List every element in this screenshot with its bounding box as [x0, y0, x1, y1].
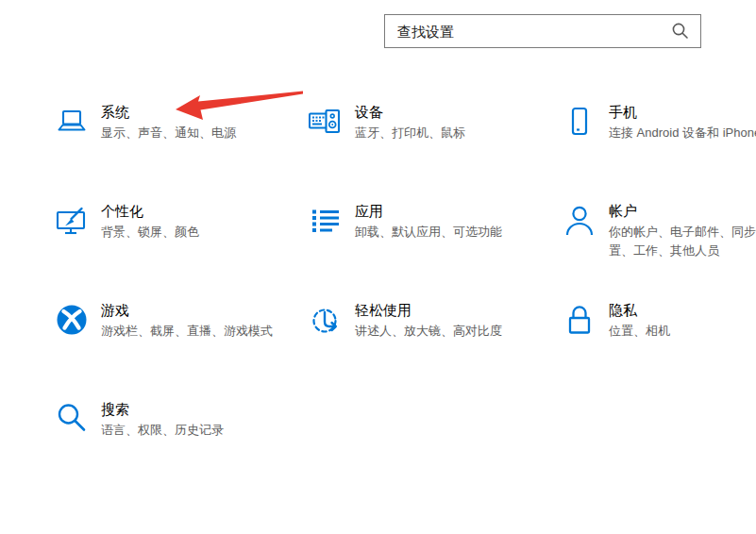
tile-subtitle: 卸载、默认应用、可选功能 [355, 223, 543, 242]
tile-accounts[interactable]: 帐户 你的帐户、电子邮件、同步设置、工作、其他人员 [550, 171, 756, 270]
settings-home-page: { "search": { "placeholder": "查找设置", "ic… [0, 0, 756, 534]
tile-subtitle: 显示、声音、通知、电源 [101, 124, 289, 142]
tile-devices[interactable]: 设备 蓝牙、打印机、鼠标 [296, 72, 550, 171]
tile-subtitle: 背景、锁屏、颜色 [101, 223, 289, 242]
tile-phone[interactable]: 手机 连接 Android 设备和 iPhone [550, 72, 756, 171]
list-icon [296, 171, 355, 270]
tile-subtitle: 你的帐户、电子邮件、同步设置、工作、其他人员 [609, 223, 756, 260]
tile-title: 应用 [355, 202, 543, 221]
tile-title: 搜索 [101, 400, 289, 419]
person-icon [550, 171, 609, 270]
tile-system[interactable]: 系统 显示、声音、通知、电源 [42, 72, 296, 171]
tile-title: 系统 [101, 103, 289, 122]
tile-subtitle: 语言、权限、历史记录 [101, 421, 289, 440]
monitor-brush-icon [42, 171, 101, 270]
keyboard-speaker-icon [296, 72, 355, 171]
tile-subtitle: 位置、相机 [609, 322, 756, 341]
search-icon[interactable] [671, 22, 690, 41]
settings-search-box[interactable] [384, 14, 701, 48]
tile-subtitle: 连接 Android 设备和 iPhone [609, 124, 756, 142]
tile-title: 轻松使用 [355, 301, 543, 320]
tile-title: 帐户 [609, 202, 756, 221]
xbox-icon [42, 270, 101, 369]
settings-search-input[interactable] [385, 15, 671, 47]
tile-title: 手机 [609, 103, 756, 122]
tile-privacy[interactable]: 隐私 位置、相机 [550, 270, 756, 369]
tile-gaming[interactable]: 游戏 游戏栏、截屏、直播、游戏模式 [42, 270, 296, 369]
tile-subtitle: 游戏栏、截屏、直播、游戏模式 [101, 322, 289, 341]
tile-subtitle: 蓝牙、打印机、鼠标 [355, 124, 543, 142]
tile-personalization[interactable]: 个性化 背景、锁屏、颜色 [42, 171, 296, 270]
phone-icon [550, 72, 609, 171]
tile-title: 隐私 [609, 301, 756, 320]
lock-icon [550, 270, 609, 369]
tile-search[interactable]: 搜索 语言、权限、历史记录 [42, 369, 296, 468]
tile-apps[interactable]: 应用 卸载、默认应用、可选功能 [296, 171, 550, 270]
tile-title: 设备 [355, 103, 543, 122]
tile-title: 游戏 [101, 301, 289, 320]
tile-ease-of-access[interactable]: 轻松使用 讲述人、放大镜、高对比度 [296, 270, 550, 369]
tile-title: 个性化 [101, 202, 289, 221]
settings-tile-grid: 系统 显示、声音、通知、电源 设备 蓝牙 [42, 72, 756, 468]
tile-subtitle: 讲述人、放大镜、高对比度 [355, 322, 543, 341]
magnifier-icon [42, 369, 101, 468]
ease-of-access-icon [296, 270, 355, 369]
laptop-icon [42, 72, 101, 171]
